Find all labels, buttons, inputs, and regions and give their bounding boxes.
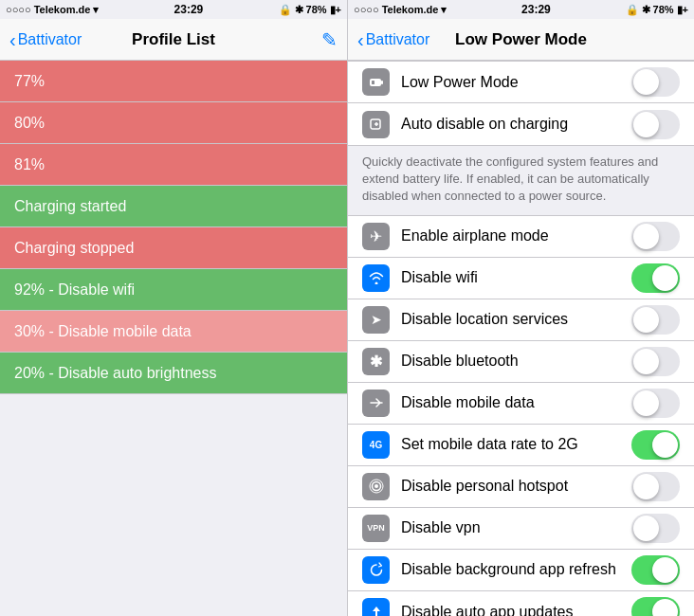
toggle-thumb xyxy=(633,390,659,416)
hotspot-label: Disable personal hotspot xyxy=(401,478,620,495)
airplane-icon: ✈ xyxy=(362,223,390,250)
left-nav-title: Profile List xyxy=(132,30,215,49)
left-battery: 🔒 ✱ 78% ▮+ xyxy=(279,4,341,16)
vpn-icon: VPN xyxy=(362,515,390,542)
toggle-thumb xyxy=(633,224,659,249)
mobile-data-label: Disable mobile data xyxy=(401,394,620,411)
settings-item-hotspot[interactable]: Disable personal hotspot xyxy=(348,466,694,508)
settings-item-location[interactable]: ➤ Disable location services xyxy=(348,299,694,341)
hotspot-icon xyxy=(362,473,390,500)
mobile-data-toggle[interactable] xyxy=(631,389,680,418)
bluetooth-icon: ✱ xyxy=(362,348,390,375)
bluetooth-toggle[interactable] xyxy=(631,347,680,376)
left-lock-icon: 🔒 xyxy=(279,4,292,16)
description-text: Quickly deactivate the configured system… xyxy=(362,154,658,203)
settings-group-top: Low Power Mode Auto disable on charging xyxy=(348,61,694,146)
auto-updates-icon xyxy=(362,598,390,616)
2g-label: Set mobile data rate to 2G xyxy=(401,436,620,453)
left-time: 23:29 xyxy=(174,3,204,16)
settings-item-bluetooth[interactable]: ✱ Disable bluetooth xyxy=(348,341,694,383)
wifi-toggle[interactable] xyxy=(631,263,680,293)
mobile-data-icon xyxy=(362,390,390,417)
list-item-disable-wifi[interactable]: 92% - Disable wifi xyxy=(0,269,347,311)
settings-item-bg-refresh[interactable]: Disable background app refresh xyxy=(348,550,694,591)
right-signal-dots: ○○○○ Telekom.de xyxy=(354,4,438,15)
auto-disable-toggle[interactable] xyxy=(631,110,680,139)
svg-point-4 xyxy=(374,484,378,488)
right-status-bar: ○○○○ Telekom.de ▾ 23:29 🔒 ✱ 78% ▮+ xyxy=(348,0,694,19)
list-item-disable-mobile[interactable]: 30% - Disable mobile data xyxy=(0,311,347,353)
list-item[interactable]: 81% xyxy=(0,144,347,186)
settings-item-wifi[interactable]: Disable wifi xyxy=(348,258,694,299)
right-battery: 🔒 ✱ 78% ▮+ xyxy=(626,4,688,16)
list-item[interactable]: 77% xyxy=(0,61,347,102)
left-back-button[interactable]: ‹ Battivator xyxy=(9,30,82,49)
left-battery-pct: 78% xyxy=(306,4,327,15)
bluetooth-label: Disable bluetooth xyxy=(401,353,620,370)
settings-list: Low Power Mode Auto disable on charging … xyxy=(348,61,694,616)
right-battery-icon: ▮+ xyxy=(677,4,688,16)
wifi-label: Disable wifi xyxy=(401,269,620,286)
location-toggle[interactable] xyxy=(631,305,680,335)
toggle-thumb xyxy=(633,112,659,137)
toggle-thumb xyxy=(633,349,659,374)
auto-updates-toggle[interactable] xyxy=(631,597,680,616)
right-time: 23:29 xyxy=(521,3,551,16)
settings-item-auto-disable[interactable]: Auto disable on charging xyxy=(348,103,694,145)
svg-rect-1 xyxy=(381,81,383,84)
right-nav-title: Low Power Mode xyxy=(455,30,587,49)
bg-refresh-toggle[interactable] xyxy=(631,555,680,585)
list-item-disable-brightness[interactable]: 20% - Disable auto brightness xyxy=(0,353,347,394)
svg-rect-2 xyxy=(372,81,374,84)
settings-item-airplane[interactable]: ✈ Enable airplane mode xyxy=(348,216,694,258)
svg-rect-0 xyxy=(370,79,381,86)
toggle-thumb xyxy=(652,432,678,458)
left-back-label: Battivator xyxy=(18,31,82,48)
bg-refresh-label: Disable background app refresh xyxy=(401,561,620,578)
toggle-thumb xyxy=(652,599,678,616)
settings-item-vpn[interactable]: VPN Disable vpn xyxy=(348,508,694,550)
2g-icon: 4G xyxy=(362,431,390,459)
auto-disable-icon xyxy=(362,111,390,138)
wifi-icon xyxy=(362,264,390,292)
list-item[interactable]: 80% xyxy=(0,102,347,144)
list-item-charging-stopped[interactable]: Charging stopped xyxy=(0,227,347,269)
left-edit-button[interactable]: ✎ xyxy=(321,28,338,51)
left-nav-bar: ‹ Battivator Profile List ✎ xyxy=(0,19,347,61)
right-lock-icon: 🔒 xyxy=(626,4,639,16)
2g-toggle[interactable] xyxy=(631,430,680,460)
left-battery-icon: ▮+ xyxy=(330,4,341,16)
location-label: Disable location services xyxy=(401,311,620,328)
settings-item-low-power-mode[interactable]: Low Power Mode xyxy=(348,62,694,103)
settings-item-2g[interactable]: 4G Set mobile data rate to 2G xyxy=(348,425,694,466)
right-chevron-icon: ‹ xyxy=(357,30,364,49)
settings-item-auto-updates[interactable]: Disable auto app updates xyxy=(348,591,694,616)
hotspot-toggle[interactable] xyxy=(631,472,680,501)
right-wifi-icon: ▾ xyxy=(441,4,447,16)
vpn-toggle[interactable] xyxy=(631,514,680,543)
low-power-mode-toggle[interactable] xyxy=(631,67,680,97)
left-carrier: ○○○○ Telekom.de ▾ xyxy=(6,4,99,16)
right-panel: ○○○○ Telekom.de ▾ 23:29 🔒 ✱ 78% ▮+ ‹ Bat… xyxy=(347,0,694,616)
left-list: 77% 80% 81% Charging started Charging st… xyxy=(0,61,347,616)
low-power-mode-label: Low Power Mode xyxy=(401,74,620,91)
left-status-bar: ○○○○ Telekom.de ▾ 23:29 🔒 ✱ 78% ▮+ xyxy=(0,0,347,19)
toggle-thumb xyxy=(633,69,659,95)
left-chevron-icon: ‹ xyxy=(9,30,16,49)
settings-item-mobile-data[interactable]: Disable mobile data xyxy=(348,383,694,425)
auto-disable-label: Auto disable on charging xyxy=(401,116,620,133)
toggle-thumb xyxy=(633,474,659,499)
right-back-button[interactable]: ‹ Battivator xyxy=(357,30,429,49)
settings-group-main: ✈ Enable airplane mode Disable wifi xyxy=(348,215,694,616)
airplane-label: Enable airplane mode xyxy=(401,227,620,245)
left-bluetooth-icon: ✱ xyxy=(295,4,303,16)
right-bluetooth-icon: ✱ xyxy=(642,4,650,16)
toggle-thumb xyxy=(633,516,659,541)
list-item-charging-started[interactable]: Charging started xyxy=(0,186,347,227)
airplane-toggle[interactable] xyxy=(631,222,680,251)
toggle-thumb xyxy=(652,265,678,291)
vpn-label: Disable vpn xyxy=(401,519,620,536)
right-carrier: ○○○○ Telekom.de ▾ xyxy=(354,4,447,16)
description-block: Quickly deactivate the configured system… xyxy=(348,146,694,215)
toggle-thumb xyxy=(652,557,678,583)
